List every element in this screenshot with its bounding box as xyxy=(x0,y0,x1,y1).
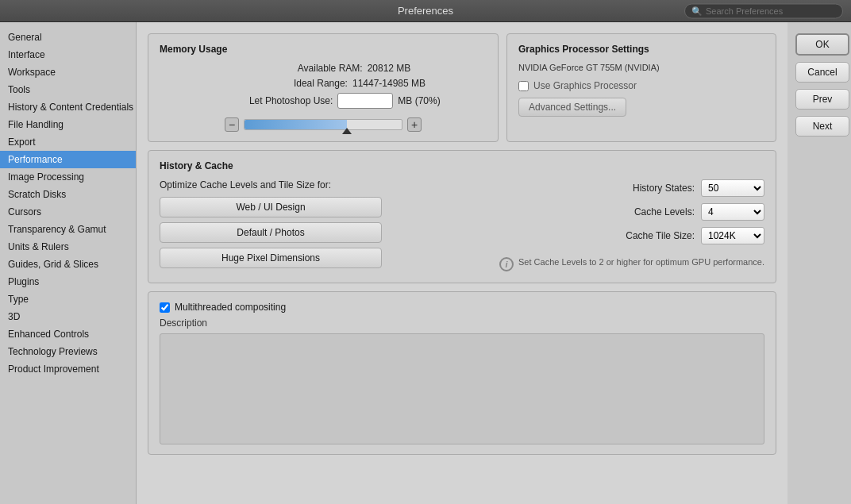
sidebar-item-type[interactable]: Type xyxy=(0,290,136,308)
cache-tile-size-row: Cache Tile Size: 1024K 128K 256K 512K 20… xyxy=(499,227,764,244)
sidebar-item-general[interactable]: General xyxy=(0,29,136,46)
cache-buttons-col: Optimize Cache Levels and Tile Size for:… xyxy=(160,179,491,273)
sidebar-item-interface[interactable]: Interface xyxy=(0,46,136,63)
memory-section-title: Memory Usage xyxy=(160,44,487,55)
description-label: Description xyxy=(160,317,764,329)
content-area: Memory Usage Available RAM: 20812 MB Ide… xyxy=(137,22,787,504)
history-states-select[interactable]: 50 10 20 100 200 xyxy=(701,179,764,197)
slider-container: − + xyxy=(225,117,422,132)
sidebar-item-product-improvement[interactable]: Product Improvement xyxy=(0,360,136,378)
use-gpu-label: Use Graphics Processor xyxy=(533,80,637,91)
memory-slider-row: − + xyxy=(225,117,422,132)
prev-button[interactable]: Prev xyxy=(795,89,849,110)
buttons-panel: OK Cancel Prev Next xyxy=(787,22,851,504)
cache-btn-default[interactable]: Default / Photos xyxy=(160,222,382,243)
cache-levels-select[interactable]: 4 1 2 6 8 xyxy=(701,203,764,221)
info-icon: i xyxy=(499,257,514,271)
sidebar: GeneralInterfaceWorkspaceToolsHistory & … xyxy=(0,22,137,504)
description-box xyxy=(160,333,764,444)
let-photoshop-input[interactable]: 14569 xyxy=(337,93,393,109)
sidebar-item-guides-grid[interactable]: Guides, Grid & Slices xyxy=(0,256,136,273)
sidebar-item-transparency-gamut[interactable]: Transparency & Gamut xyxy=(0,221,136,238)
history-states-label: History States: xyxy=(633,183,695,194)
available-ram-label: Available RAM: xyxy=(236,63,363,74)
available-ram-row: Available RAM: 20812 MB xyxy=(160,63,487,74)
available-ram-value: 20812 MB xyxy=(368,63,411,74)
sidebar-item-workspace[interactable]: Workspace xyxy=(0,63,136,81)
cache-levels-row: Cache Levels: 4 1 2 6 8 xyxy=(499,203,764,221)
history-cache-panel: History & Cache Optimize Cache Levels an… xyxy=(148,150,776,283)
sidebar-item-export[interactable]: Export xyxy=(0,133,136,151)
optimize-label: Optimize Cache Levels and Tile Size for: xyxy=(160,179,491,190)
sidebar-item-history-content[interactable]: History & Content Credentials xyxy=(0,98,136,116)
cache-btn-huge[interactable]: Huge Pixel Dimensions xyxy=(160,248,382,268)
sidebar-item-scratch-disks[interactable]: Scratch Disks xyxy=(0,186,136,203)
advanced-settings-btn[interactable]: Advanced Settings... xyxy=(518,98,626,117)
let-photoshop-unit: MB (70%) xyxy=(398,95,440,106)
search-input[interactable] xyxy=(706,6,836,16)
sidebar-item-performance[interactable]: Performance xyxy=(0,151,136,168)
title-bar: Preferences 🔍 xyxy=(0,0,851,22)
cache-tile-size-select[interactable]: 1024K 128K 256K 512K 2048K xyxy=(701,227,764,244)
history-cache-title: History & Cache xyxy=(160,160,764,171)
memory-grid: Available RAM: 20812 MB Ideal Range: 114… xyxy=(160,63,487,132)
ok-button[interactable]: OK xyxy=(795,33,849,56)
multithreaded-checkbox[interactable] xyxy=(160,302,170,313)
use-gpu-checkbox[interactable] xyxy=(518,81,529,91)
sidebar-item-file-handling[interactable]: File Handling xyxy=(0,116,136,133)
slider-fill xyxy=(245,120,347,129)
search-icon: 🔍 xyxy=(691,6,703,16)
cache-tile-size-label: Cache Tile Size: xyxy=(626,230,695,241)
ideal-range-label: Ideal Range: xyxy=(221,78,348,89)
ideal-range-value: 11447-14985 MB xyxy=(352,78,426,89)
multithreaded-panel: Multithreaded compositing Description xyxy=(148,291,776,455)
slider-thumb xyxy=(342,128,352,134)
slider-decrease-btn[interactable]: − xyxy=(225,117,239,132)
let-photoshop-label: Let Photoshop Use: xyxy=(206,95,333,106)
ideal-range-row: Ideal Range: 11447-14985 MB xyxy=(160,78,487,89)
gpu-name: NVIDIA GeForce GT 755M (NVIDIA) xyxy=(518,63,764,72)
main-content: GeneralInterfaceWorkspaceToolsHistory & … xyxy=(0,22,851,504)
slider-increase-btn[interactable]: + xyxy=(407,117,422,132)
cache-btn-web-ui[interactable]: Web / UI Design xyxy=(160,197,382,217)
graphics-section-title: Graphics Processor Settings xyxy=(518,44,764,55)
multithreaded-label: Multithreaded compositing xyxy=(175,302,286,313)
cache-levels-label: Cache Levels: xyxy=(634,206,695,217)
search-bar[interactable]: 🔍 xyxy=(684,3,843,18)
multithreaded-row: Multithreaded compositing xyxy=(160,302,764,313)
graphics-panel: Graphics Processor Settings NVIDIA GeFor… xyxy=(506,33,776,142)
sidebar-item-cursors[interactable]: Cursors xyxy=(0,203,136,221)
dialog-title: Preferences xyxy=(398,5,453,17)
history-states-row: History States: 50 10 20 100 200 xyxy=(499,179,764,197)
sidebar-item-3d[interactable]: 3D xyxy=(0,308,136,325)
info-note: i Set Cache Levels to 2 or higher for op… xyxy=(499,257,764,271)
cancel-button[interactable]: Cancel xyxy=(795,62,849,83)
sidebar-item-tools[interactable]: Tools xyxy=(0,81,136,98)
sidebar-item-enhanced-controls[interactable]: Enhanced Controls xyxy=(0,325,136,343)
sidebar-item-units-rulers[interactable]: Units & Rulers xyxy=(0,238,136,256)
cache-settings-col: History States: 50 10 20 100 200 Cache L… xyxy=(499,179,764,273)
slider-track[interactable] xyxy=(244,119,402,130)
history-cache-inner: Optimize Cache Levels and Tile Size for:… xyxy=(160,179,764,273)
sidebar-item-image-processing[interactable]: Image Processing xyxy=(0,168,136,186)
let-photoshop-row: Let Photoshop Use: 14569 MB (70%) xyxy=(206,93,440,109)
memory-usage-panel: Memory Usage Available RAM: 20812 MB Ide… xyxy=(148,33,499,142)
top-row: Memory Usage Available RAM: 20812 MB Ide… xyxy=(148,33,776,142)
sidebar-item-plugins[interactable]: Plugins xyxy=(0,273,136,290)
sidebar-item-technology-previews[interactable]: Technology Previews xyxy=(0,343,136,360)
use-gpu-row: Use Graphics Processor xyxy=(518,80,764,91)
info-text: Set Cache Levels to 2 or higher for opti… xyxy=(518,257,764,267)
next-button[interactable]: Next xyxy=(795,116,849,137)
